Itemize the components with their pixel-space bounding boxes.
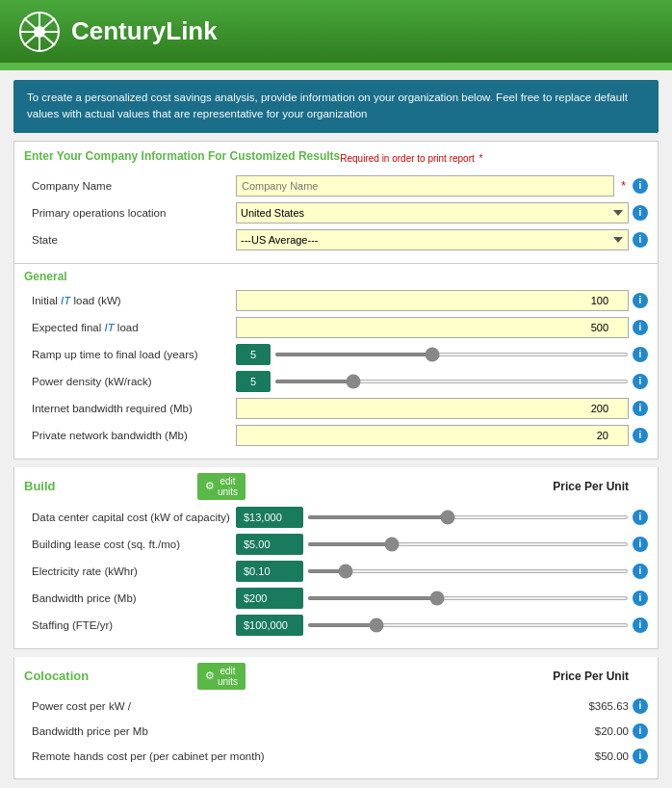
ramp-up-slider-wrap: 5 i [236,344,648,365]
required-note: Required in order to print report * [340,153,482,164]
company-name-info-button[interactable]: i [633,178,648,194]
electricity-rate-info-button[interactable]: i [633,564,648,579]
staffing-info-button[interactable]: i [633,617,648,633]
internet-bandwidth-info-button[interactable]: i [633,401,648,416]
svg-point-5 [34,26,45,38]
bandwidth-price-label: Bandwidth price (Mb) [24,592,236,604]
private-bandwidth-input[interactable] [236,425,629,446]
lease-cost-value-btn[interactable]: $5.00 [236,534,303,555]
power-cost-info-button[interactable]: i [633,698,648,714]
info-banner: To create a personalized cost savings an… [13,80,659,133]
state-info-button[interactable]: i [633,232,648,248]
logo-text-regular: Century [71,16,166,45]
colocation-section-title: Colocation [24,669,197,683]
initial-it-load-label: Initial IT load (kW) [24,295,236,306]
private-bandwidth-input-wrap: i [236,425,648,446]
colocation-edit-units-button[interactable]: ⚙ edit units [197,663,246,690]
build-section-title: Build [24,479,197,493]
remote-hands-label: Remote hands cost per (per cabinet per m… [24,750,561,762]
final-it-load-label: Expected final IT load [24,322,236,333]
power-density-slider-wrap: 5 i [236,371,648,392]
colo-bandwidth-value: $20.00 [561,725,629,737]
content-wrapper: To create a personalized cost savings an… [10,80,662,779]
initial-it-load-row: Initial IT load (kW) i [24,289,648,312]
power-density-slider[interactable] [274,380,629,383]
electricity-rate-slider-wrap: $0.10 i [236,561,648,582]
bandwidth-price-value-btn[interactable]: $200 [236,588,303,609]
internet-bandwidth-label: Internet bandwidth required (Mb) [24,403,236,414]
final-it-load-input-wrap: i [236,317,648,338]
staffing-value-btn[interactable]: $100,000 [236,615,303,636]
location-info-button[interactable]: i [633,205,648,221]
company-name-input-wrap: * i [236,175,648,197]
state-select[interactable]: ---US Average--- [236,229,629,250]
state-label: State [24,234,236,246]
staffing-row: Staffing (FTE/yr) $100,000 i [24,614,648,637]
remote-hands-info-button[interactable]: i [633,749,648,764]
lease-cost-label: Building lease cost (sq. ft./mo) [24,538,236,550]
private-bandwidth-label: Private network bandwidth (Mb) [24,430,236,441]
internet-bandwidth-input[interactable] [236,398,629,419]
power-cost-row: Power cost per kW / $365.63 i [24,696,648,717]
ramp-up-slider[interactable] [274,353,629,356]
final-it-load-row: Expected final IT load i [24,316,648,339]
general-section: General Initial IT load (kW) i Expected … [13,264,659,460]
logo-text-bold: Link [166,16,217,45]
electricity-rate-row: Electricity rate (kWhr) $0.10 i [24,560,648,583]
power-density-label: Power density (kW/rack) [24,376,236,387]
build-edit-units-button[interactable]: ⚙ edit units [197,473,246,500]
final-it-load-info-button[interactable]: i [633,320,648,335]
staffing-slider-wrap: $100,000 i [236,615,648,636]
power-density-info-button[interactable]: i [633,374,648,389]
electricity-rate-label: Electricity rate (kWhr) [24,565,236,577]
datacenter-cost-value-btn[interactable]: $13,000 [236,507,303,528]
required-note-text: Required in order to print report [340,153,475,164]
bandwidth-price-slider[interactable] [307,596,629,600]
final-it-load-input[interactable] [236,317,629,338]
colocation-edit-units-label: edit units [218,666,238,687]
ramp-up-label: Ramp up time to final load (years) [24,349,236,360]
ramp-up-value-btn[interactable]: 5 [236,344,271,365]
datacenter-cost-info-button[interactable]: i [633,510,648,525]
ramp-up-row: Ramp up time to final load (years) 5 i [24,343,648,366]
initial-it-load-input[interactable] [236,290,629,311]
subheader-bar [0,63,672,70]
lease-cost-slider-wrap: $5.00 i [236,534,648,555]
company-name-star: * [621,179,626,193]
bandwidth-price-info-button[interactable]: i [633,591,648,606]
internet-bandwidth-row: Internet bandwidth required (Mb) i [24,397,648,420]
electricity-rate-value-btn[interactable]: $0.10 [236,561,303,582]
banner-text: To create a personalized cost savings an… [27,92,628,119]
colocation-header-row: Colocation ⚙ edit units Price Per Unit [24,663,648,690]
initial-it-load-info-button[interactable]: i [633,293,648,308]
header: CenturyLink [0,0,672,63]
staffing-label: Staffing (FTE/yr) [24,619,236,631]
private-bandwidth-info-button[interactable]: i [633,428,648,443]
build-header-row: Build ⚙ edit units Price Per Unit [24,473,648,500]
power-cost-label: Power cost per kW / [24,700,561,712]
state-row: State ---US Average--- i [24,228,648,251]
power-density-value-btn[interactable]: 5 [236,371,271,392]
build-price-per-unit: Price Per Unit [553,480,648,493]
state-input-wrap: ---US Average--- i [236,229,648,250]
company-name-input[interactable] [236,175,614,197]
logo-text: CenturyLink [71,16,218,46]
lease-cost-slider[interactable] [307,542,629,546]
colo-bandwidth-info-button[interactable]: i [633,723,648,739]
required-star: * [479,153,483,164]
power-density-row: Power density (kW/rack) 5 i [24,370,648,393]
datacenter-cost-slider-wrap: $13,000 i [236,507,648,528]
datacenter-cost-slider[interactable] [307,515,629,519]
ramp-up-info-button[interactable]: i [633,347,648,362]
colocation-section: Colocation ⚙ edit units Price Per Unit P… [13,657,659,779]
private-bandwidth-row: Private network bandwidth (Mb) i [24,424,648,447]
internet-bandwidth-input-wrap: i [236,398,648,419]
initial-it-load-input-wrap: i [236,290,648,311]
lease-cost-info-button[interactable]: i [633,537,648,552]
datacenter-cost-label: Data center capital cost (kW of capacity… [24,512,236,523]
colo-bandwidth-row: Bandwidth price per Mb $20.00 i [24,721,648,742]
location-select[interactable]: United States [236,202,629,223]
electricity-rate-slider[interactable] [307,569,629,573]
staffing-slider[interactable] [307,623,629,627]
centurylink-logo-icon [19,12,60,52]
